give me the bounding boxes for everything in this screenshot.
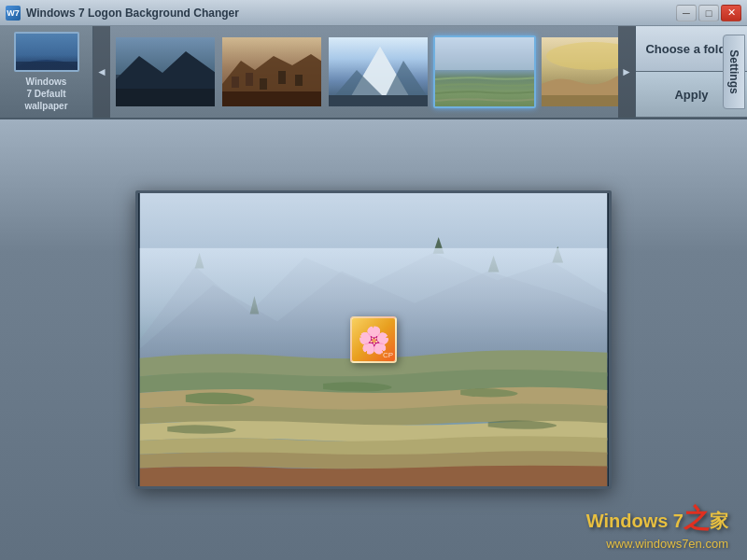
minimize-button[interactable]: ─ bbox=[676, 5, 697, 21]
close-button[interactable]: ✕ bbox=[721, 5, 741, 21]
svg-rect-14 bbox=[295, 75, 303, 86]
scroll-left-arrow[interactable]: ◄ bbox=[93, 26, 110, 118]
title-bar: W7 Windows 7 Logon Background Changer ─ … bbox=[0, 0, 747, 26]
svg-point-1 bbox=[16, 60, 78, 72]
thumbnail-2[interactable] bbox=[220, 35, 323, 108]
thumb-strip-wrapper bbox=[110, 26, 618, 118]
maximize-button[interactable]: □ bbox=[698, 5, 719, 21]
thumbnail-5[interactable] bbox=[540, 35, 618, 108]
svg-rect-21 bbox=[435, 37, 536, 70]
svg-rect-24 bbox=[542, 95, 618, 108]
svg-rect-10 bbox=[232, 77, 239, 88]
window-title: Windows 7 Logon Background Changer bbox=[26, 7, 676, 20]
thumbnail-4[interactable] bbox=[433, 35, 536, 108]
flower-icon-badge: 🌸 bbox=[350, 316, 397, 363]
preview-wallpaper: 🌸 bbox=[138, 193, 609, 486]
svg-rect-12 bbox=[260, 78, 267, 90]
svg-rect-0 bbox=[16, 34, 78, 72]
default-thumb-image bbox=[14, 32, 79, 72]
preview-area: 🌸 Windows 7之家 www.windows7en.com bbox=[0, 119, 747, 560]
svg-rect-13 bbox=[278, 71, 286, 84]
thumb-strip bbox=[110, 26, 618, 118]
svg-rect-9 bbox=[222, 91, 323, 108]
watermark-text-url: www.windows7en.com bbox=[586, 537, 728, 551]
center-icon: 🌸 bbox=[350, 316, 397, 363]
svg-rect-19 bbox=[329, 95, 430, 108]
scroll-right-arrow[interactable]: ► bbox=[618, 26, 635, 118]
thumbnail-1[interactable] bbox=[114, 35, 217, 108]
window-controls: ─ □ ✕ bbox=[676, 5, 741, 21]
top-bar: Windows7 Defaultwallpaper ◄ bbox=[0, 26, 747, 119]
svg-rect-2 bbox=[16, 62, 78, 72]
svg-rect-6 bbox=[116, 89, 217, 108]
default-thumb-label: Windows7 Defaultwallpaper bbox=[24, 76, 67, 112]
watermark: Windows 7之家 www.windows7en.com bbox=[586, 501, 728, 551]
watermark-text-main: Windows 7之家 bbox=[586, 501, 728, 537]
app-icon: W7 bbox=[6, 6, 21, 21]
settings-tab[interactable]: Settings bbox=[723, 35, 745, 109]
main-window: Windows7 Defaultwallpaper ◄ bbox=[0, 26, 747, 560]
svg-rect-11 bbox=[246, 73, 253, 86]
default-wallpaper-thumb[interactable]: Windows7 Defaultwallpaper bbox=[0, 26, 93, 118]
thumbnail-3[interactable] bbox=[327, 35, 430, 108]
preview-container: 🌸 bbox=[135, 190, 612, 489]
